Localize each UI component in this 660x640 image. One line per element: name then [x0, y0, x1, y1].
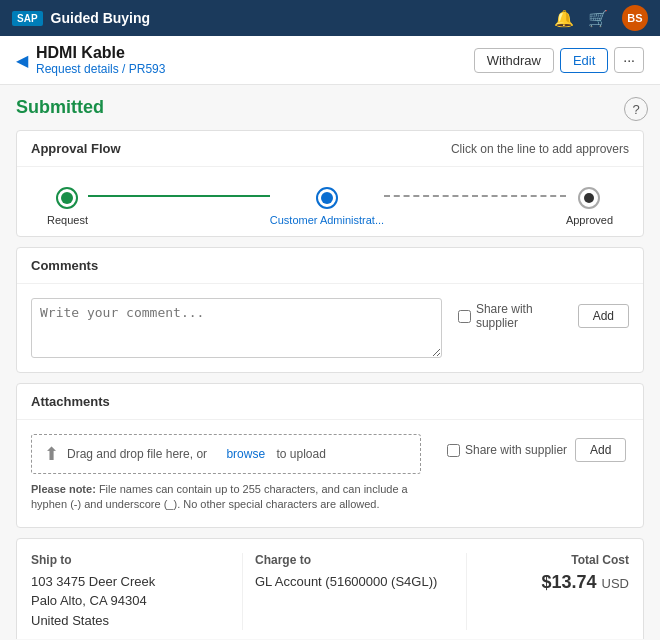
- flow-circle-admin: [316, 187, 338, 209]
- flow-line-1[interactable]: [88, 195, 270, 197]
- comments-card: Comments Share with supplier Add: [16, 247, 644, 373]
- ship-to-value: 103 3475 Deer Creek Palo Alto, CA 94304 …: [31, 572, 230, 631]
- flow-step-approved: Approved: [566, 187, 613, 226]
- approval-flow-card: Approval Flow Click on the line to add a…: [16, 130, 644, 237]
- upload-icon: ⬆: [44, 443, 59, 465]
- attach-actions: Share with supplier Add: [447, 438, 626, 462]
- attachments-add-button[interactable]: Add: [575, 438, 626, 462]
- help-icon[interactable]: ?: [624, 97, 648, 121]
- total-cost-currency: USD: [602, 576, 629, 591]
- flow-label-request: Request: [47, 214, 88, 226]
- attach-row: ⬆ Drag and drop file here, or browse to …: [31, 434, 629, 513]
- main-content: ? Submitted Approval Flow Click on the l…: [0, 85, 660, 639]
- drop-text-end: to upload: [273, 447, 326, 461]
- back-button[interactable]: ◀: [16, 51, 28, 70]
- ship-to-col: Ship to 103 3475 Deer Creek Palo Alto, C…: [31, 553, 243, 631]
- approval-flow-header: Approval Flow Click on the line to add a…: [17, 131, 643, 167]
- more-options-button[interactable]: ···: [614, 47, 644, 73]
- flow-circle-approved: [578, 187, 600, 209]
- cart-icon[interactable]: 🛒: [588, 9, 608, 28]
- edit-button[interactable]: Edit: [560, 48, 608, 73]
- page-title: HDMI Kable: [36, 44, 165, 62]
- info-grid: Ship to 103 3475 Deer Creek Palo Alto, C…: [16, 538, 644, 639]
- approval-flow-title: Approval Flow: [31, 141, 121, 156]
- breadcrumb-separator: /: [122, 62, 129, 76]
- attach-left: ⬆ Drag and drop file here, or browse to …: [31, 434, 431, 513]
- attach-share-text: Share with supplier: [465, 443, 567, 457]
- total-cost-amount: $13.74: [541, 572, 596, 592]
- ship-to-line2: Palo Alto, CA 94304: [31, 591, 230, 611]
- ship-to-label: Ship to: [31, 553, 230, 567]
- comments-title: Comments: [31, 258, 98, 273]
- attachments-body: ⬆ Drag and drop file here, or browse to …: [17, 420, 643, 527]
- attachments-title: Attachments: [31, 394, 110, 409]
- flow-circle-request: [56, 187, 78, 209]
- ship-to-line3: United States: [31, 611, 230, 631]
- comment-row: Share with supplier Add: [31, 298, 629, 358]
- total-cost-value: $13.74 USD: [541, 572, 629, 593]
- sub-header-left: ◀ HDMI Kable Request details / PR593: [16, 44, 165, 76]
- status-badge: Submitted: [16, 97, 644, 118]
- nav-right: 🔔 🛒 BS: [554, 5, 648, 31]
- attachments-header: Attachments: [17, 384, 643, 420]
- charge-to-col: Charge to GL Account (51600000 (S4GL)): [255, 553, 467, 631]
- share-supplier-text: Share with supplier: [476, 302, 570, 330]
- sap-logo: SAP: [12, 11, 43, 26]
- flow-line-2[interactable]: [384, 195, 566, 197]
- app-title: Guided Buying: [51, 10, 151, 26]
- nav-left: SAP Guided Buying: [12, 10, 150, 26]
- drop-text: Drag and drop file here, or: [67, 447, 207, 461]
- flow-label-approved: Approved: [566, 214, 613, 226]
- total-cost-col: Total Cost $13.74 USD: [479, 553, 629, 631]
- top-navigation: SAP Guided Buying 🔔 🛒 BS: [0, 0, 660, 36]
- charge-to-value: GL Account (51600000 (S4GL)): [255, 572, 454, 592]
- breadcrumb: Request details / PR593: [36, 62, 165, 76]
- comments-add-button[interactable]: Add: [578, 304, 629, 328]
- comment-textarea[interactable]: [31, 298, 442, 358]
- attachments-card: Attachments ⬆ Drag and drop file here, o…: [16, 383, 644, 528]
- attach-note: Please note: File names can contain up t…: [31, 482, 431, 513]
- comments-body: Share with supplier Add: [17, 284, 643, 372]
- breadcrumb-current: PR593: [129, 62, 166, 76]
- sub-header-actions: Withdraw Edit ···: [474, 47, 644, 73]
- attach-share-checkbox[interactable]: [447, 444, 460, 457]
- sub-header: ◀ HDMI Kable Request details / PR593 Wit…: [0, 36, 660, 85]
- charge-to-label: Charge to: [255, 553, 454, 567]
- flow-step-request: Request: [47, 187, 88, 226]
- attach-note-bold: Please note:: [31, 483, 96, 495]
- drop-zone[interactable]: ⬆ Drag and drop file here, or browse to …: [31, 434, 421, 474]
- withdraw-button[interactable]: Withdraw: [474, 48, 554, 73]
- approval-flow-note: Click on the line to add approvers: [451, 142, 629, 156]
- user-avatar[interactable]: BS: [622, 5, 648, 31]
- share-supplier-label[interactable]: Share with supplier: [458, 302, 570, 330]
- comments-header: Comments: [17, 248, 643, 284]
- notification-icon[interactable]: 🔔: [554, 9, 574, 28]
- flow-label-admin: Customer Administrat...: [270, 214, 384, 226]
- attach-share-label[interactable]: Share with supplier: [447, 443, 567, 457]
- total-cost-label: Total Cost: [571, 553, 629, 567]
- ship-to-line1: 103 3475 Deer Creek: [31, 572, 230, 592]
- flow-step-admin: Customer Administrat...: [270, 187, 384, 226]
- browse-link[interactable]: browse: [226, 447, 265, 461]
- share-supplier-checkbox[interactable]: [458, 310, 471, 323]
- comment-actions: Share with supplier Add: [458, 302, 629, 330]
- title-breadcrumb: HDMI Kable Request details / PR593: [36, 44, 165, 76]
- approval-flow-steps: Request Customer Administrat... Approved: [17, 167, 643, 236]
- breadcrumb-link[interactable]: Request details: [36, 62, 119, 76]
